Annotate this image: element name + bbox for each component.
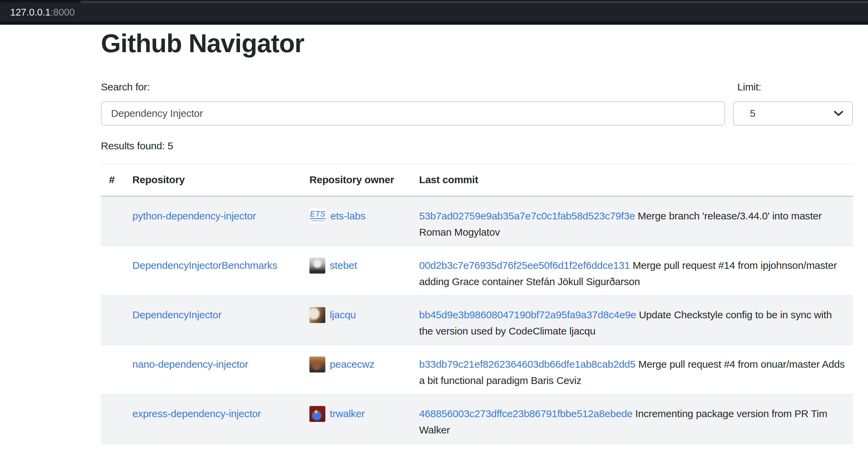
limit-label: Limit: (737, 81, 761, 93)
commit-hash-link[interactable]: 468856003c273dffce23b86791fbbe512a8ebede (419, 408, 632, 419)
repository-link[interactable]: DependencyInjector (132, 309, 221, 320)
limit-select-value: 5 (750, 108, 756, 119)
repository-link[interactable]: nano-dependency-injector (132, 359, 248, 370)
row-index-cell (101, 345, 124, 394)
owner-link[interactable]: ets-labs (330, 208, 365, 224)
screen: 127.0.0.1:8000 Github Navigator Search f… (0, 0, 868, 472)
repository-link[interactable]: python-dependency-injector (132, 210, 256, 221)
table-row: python-dependency-injector ETS ets-labs … (101, 196, 853, 246)
repository-link[interactable]: DependencyInjectorBenchmarks (132, 260, 277, 271)
last-commit-cell: 468856003c273dffce23b86791fbbe512a8ebede… (411, 394, 853, 444)
table-row: nano-dependency-injector peacecwz b33db7… (101, 345, 853, 394)
commit-hash-link[interactable]: bb45d9e3b98608047190bf72a95fa9a37d8c4e9e (419, 309, 636, 320)
trwalker-avatar (309, 406, 325, 422)
table-row: express-dependency-injector trwalker 468… (101, 394, 853, 444)
last-commit-cell: 53b7ad02759e9ab35a7e7c0c1fab58d523c79f3e… (411, 196, 853, 246)
results-count: Results found: 5 (101, 140, 173, 152)
commit-hash-link[interactable]: 53b7ad02759e9ab35a7e7c0c1fab58d523c79f3e (419, 210, 635, 221)
last-commit-cell: bb45d9e3b98608047190bf72a95fa9a37d8c4e9e… (411, 296, 853, 345)
limit-select[interactable]: 5 (733, 101, 853, 126)
row-index-cell (101, 296, 124, 345)
commit-hash-link[interactable]: 00d2b3c7e76935d76f25ee50f6d1f2ef6ddce131 (419, 260, 630, 271)
table-row: DependencyInjectorBenchmarks stebet 00d2… (101, 246, 853, 296)
url-host: 127.0.0.1 (10, 7, 50, 18)
repository-link[interactable]: express-dependency-injector (132, 408, 261, 419)
results-table: # Repository Repository owner Last commi… (101, 164, 853, 444)
browser-bar-divider (0, 22, 868, 25)
chevron-down-icon (834, 110, 843, 116)
url-field[interactable]: 127.0.0.1:8000 (10, 3, 75, 22)
owner-link[interactable]: peacecwz (330, 356, 374, 372)
window-top-edge (0, 0, 868, 1)
row-index-cell (101, 196, 124, 246)
last-commit-cell: 00d2b3c7e76935d76f25ee50f6d1f2ef6ddce131… (411, 246, 853, 296)
commit-hash-link[interactable]: b33db79c21ef8262364603db66dfe1ab8cab2dd5 (419, 359, 635, 370)
search-input[interactable] (101, 101, 725, 126)
owner-link[interactable]: trwalker (330, 406, 365, 422)
search-label: Search for: (101, 81, 150, 93)
stebet-avatar (309, 258, 325, 274)
table-header-row: # Repository Repository owner Last commi… (101, 164, 853, 196)
row-index-cell (101, 246, 124, 296)
page-title: Github Navigator (101, 28, 304, 58)
last-commit-cell: b33db79c21ef8262364603db66dfe1ab8cab2dd5… (411, 345, 853, 394)
owner-link[interactable]: ljacqu (330, 307, 356, 323)
header-owner: Repository owner (301, 164, 411, 196)
row-index-cell (101, 394, 124, 444)
ets-labs-logo-icon: ETS (309, 208, 326, 223)
peacecwz-avatar (309, 357, 325, 372)
header-last-commit: Last commit (411, 164, 853, 196)
browser-address-bar: 127.0.0.1:8000 (0, 0, 868, 25)
header-index: # (101, 164, 124, 196)
table-row: DependencyInjector ljacqu bb45d9e3b98608… (101, 296, 853, 345)
url-port: :8000 (50, 7, 75, 18)
header-repository: Repository (124, 164, 301, 196)
ljacqu-avatar (309, 307, 325, 323)
owner-link[interactable]: stebet (330, 257, 357, 274)
